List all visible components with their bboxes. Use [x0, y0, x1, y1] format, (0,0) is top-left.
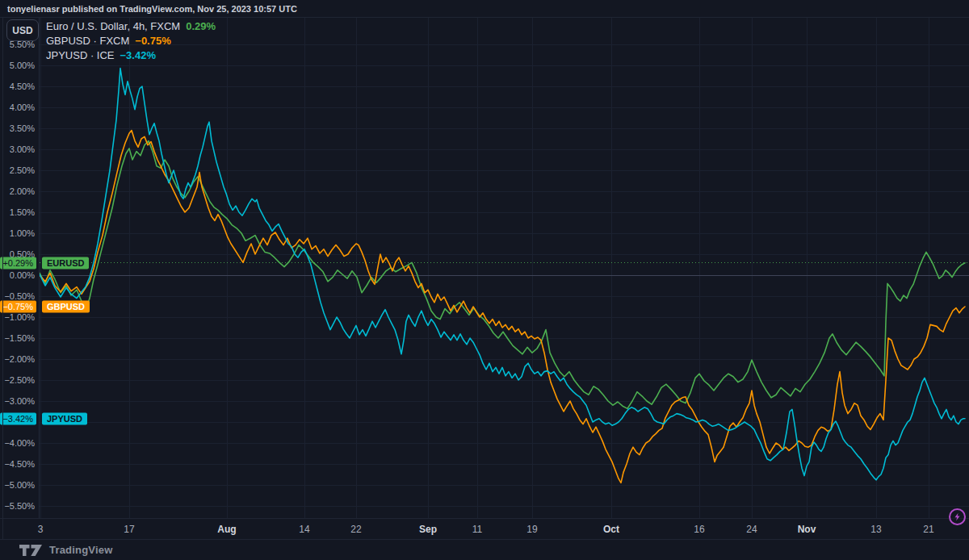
time-tick-label: Nov [798, 524, 816, 535]
attribution-bar: tonyelienasr published on TradingView.co… [0, 0, 969, 18]
legend-title: Euro / U.S. Dollar, 4h, FXCM [46, 19, 180, 34]
chart-panel[interactable]: 5.50%5.00%4.50%4.00%3.50%3.00%2.50%2.00%… [0, 18, 969, 518]
tradingview-snapshot: { "header": { "attribution": "tonyeliena… [0, 0, 969, 560]
time-tick-label: 14 [299, 524, 309, 535]
lightning-bolt-icon [953, 512, 962, 521]
price-tick-label: 4.50% [10, 81, 35, 91]
price-tick-label: 4.00% [10, 102, 35, 112]
time-tick-label: Sep [419, 524, 437, 535]
price-tick-label: −4.50% [4, 459, 35, 469]
legend-value: −0.75% [135, 34, 170, 48]
price-tick-label: −5.00% [4, 480, 35, 490]
price-tick-label: −2.00% [4, 354, 35, 364]
attribution-text: tonyelienasr published on TradingView.co… [7, 4, 297, 14]
time-tick-label: 3 [38, 524, 44, 535]
time-tick-label: 13 [870, 524, 881, 535]
price-tick-label: 1.50% [10, 207, 35, 217]
price-tick-label: 1.00% [10, 228, 35, 238]
price-tick-label: −0.50% [4, 291, 35, 301]
legend-title: JPYUSD · ICE [46, 48, 115, 63]
legend-item-jpyusd[interactable]: JPYUSD · ICE −3.42% [46, 48, 216, 63]
time-tick-label: Aug [217, 524, 236, 535]
legend-item-gbpusd[interactable]: GBPUSD · FXCM −0.75% [46, 34, 216, 48]
footer: TradingView [0, 539, 969, 560]
price-tick-label: 0.00% [10, 270, 35, 280]
price-tick-label: −3.00% [4, 396, 35, 406]
legend-title: GBPUSD · FXCM [46, 34, 129, 48]
time-tick-label: 16 [694, 524, 704, 535]
legend-value: −3.42% [120, 48, 156, 63]
time-tick-label: 21 [923, 524, 933, 535]
brand-name: TradingView [49, 544, 113, 556]
price-tick-label: −5.50% [4, 501, 35, 511]
legend-item-eurusd[interactable]: Euro / U.S. Dollar, 4h, FXCM 0.29% [46, 19, 216, 34]
time-tick-label: 11 [472, 524, 482, 535]
legend-value: 0.29% [186, 19, 216, 34]
price-tick-label: 2.00% [10, 186, 35, 196]
panel-left-border [2, 18, 3, 539]
lightning-badge[interactable] [949, 508, 966, 525]
price-axis-line [39, 18, 40, 518]
time-tick-label: 17 [124, 524, 134, 535]
jpyusd-price-tag: −3.42% [0, 412, 36, 424]
price-tick-label: 5.00% [10, 61, 35, 70]
price-tick-label: 3.00% [10, 144, 35, 154]
eurusd-series-name-tag: EURUSD [42, 257, 89, 269]
currency-toggle-button[interactable]: USD [6, 19, 39, 41]
time-scale[interactable]: 317Aug1422Sep1119Oct1624Nov1321 [0, 518, 969, 540]
time-tick-label: 19 [526, 524, 537, 535]
chart-canvas[interactable] [0, 18, 969, 518]
price-tick-label: −1.00% [4, 312, 35, 322]
price-tick-label: −4.00% [4, 438, 35, 448]
gbpusd-line [40, 131, 965, 483]
jpyusd-series-name-tag: JPYUSD [42, 412, 87, 424]
price-tick-label: 2.50% [10, 165, 35, 175]
jpyusd-line [40, 69, 965, 480]
time-tick-label: 22 [350, 524, 361, 535]
gbpusd-price-tag: −0.75% [0, 301, 36, 313]
tradingview-logo-icon [19, 545, 42, 556]
price-tick-label: −2.50% [4, 375, 35, 385]
time-tick-label: Oct [603, 524, 619, 535]
eurusd-price-tag: +0.29% [0, 257, 36, 269]
gbpusd-series-name-tag: GBPUSD [42, 301, 90, 313]
price-tick-label: 3.50% [10, 123, 35, 133]
price-tick-label: −1.50% [4, 333, 35, 343]
legend: Euro / U.S. Dollar, 4h, FXCM 0.29% GBPUS… [46, 19, 216, 63]
time-tick-label: 24 [746, 524, 757, 535]
